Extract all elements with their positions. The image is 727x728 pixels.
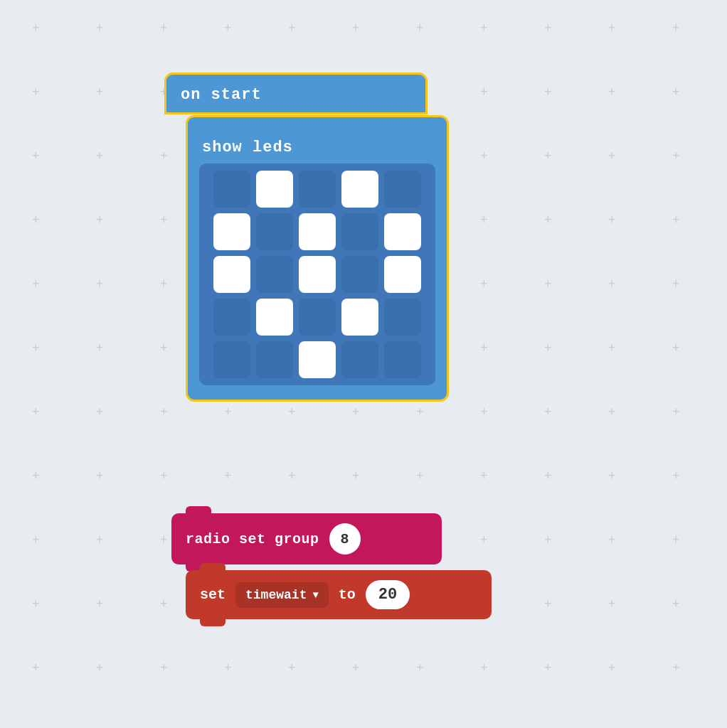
- on-start-label: on start: [166, 75, 425, 112]
- workspace: on start show leds radio set group 8 set…: [164, 73, 563, 655]
- radio-set-group-label: radio set group: [186, 531, 319, 547]
- led-cell-0-1[interactable]: [256, 171, 293, 208]
- radio-set-group-block[interactable]: radio set group 8: [171, 513, 442, 564]
- led-cell-3-3[interactable]: [341, 299, 378, 336]
- led-cell-2-0[interactable]: [213, 256, 250, 293]
- led-cell-1-0[interactable]: [213, 213, 250, 250]
- on-start-block[interactable]: on start: [164, 73, 428, 114]
- set-keyword-label: set: [200, 587, 225, 603]
- led-cell-4-2[interactable]: [299, 341, 336, 378]
- led-cell-1-4[interactable]: [384, 213, 421, 250]
- dropdown-arrow-icon: ▼: [312, 589, 318, 601]
- radio-group-value[interactable]: 8: [329, 523, 361, 555]
- led-cell-2-2[interactable]: [299, 256, 336, 293]
- variable-name-label: timewait: [245, 588, 307, 602]
- led-cell-3-0[interactable]: [213, 299, 250, 336]
- led-cell-4-3[interactable]: [341, 341, 378, 378]
- led-cell-2-4[interactable]: [384, 256, 421, 293]
- led-cell-3-4[interactable]: [384, 299, 421, 336]
- led-cell-3-1[interactable]: [256, 299, 293, 336]
- led-cell-0-0[interactable]: [213, 171, 250, 208]
- connector-notch: [205, 117, 233, 127]
- led-cell-2-1[interactable]: [256, 256, 293, 293]
- show-leds-block[interactable]: show leds: [186, 115, 449, 402]
- led-cell-4-4[interactable]: [384, 341, 421, 378]
- led-cell-4-0[interactable]: [213, 341, 250, 378]
- to-keyword-label: to: [339, 587, 356, 603]
- led-grid[interactable]: [199, 164, 435, 385]
- radio-notch-top: [186, 506, 211, 515]
- set-variable-block[interactable]: set timewait ▼ to 20: [186, 570, 492, 619]
- set-notch-bottom: [200, 618, 225, 626]
- led-cell-0-4[interactable]: [384, 171, 421, 208]
- show-leds-label: show leds: [188, 127, 447, 164]
- led-cell-4-1[interactable]: [256, 341, 293, 378]
- set-notch-top: [200, 563, 225, 572]
- led-cell-1-3[interactable]: [341, 213, 378, 250]
- led-cell-1-2[interactable]: [299, 213, 336, 250]
- led-cell-2-3[interactable]: [341, 256, 378, 293]
- set-value[interactable]: 20: [366, 580, 410, 609]
- variable-dropdown[interactable]: timewait ▼: [235, 582, 329, 608]
- led-cell-0-3[interactable]: [341, 171, 378, 208]
- led-cell-0-2[interactable]: [299, 171, 336, 208]
- led-cell-1-1[interactable]: [256, 213, 293, 250]
- led-cell-3-2[interactable]: [299, 299, 336, 336]
